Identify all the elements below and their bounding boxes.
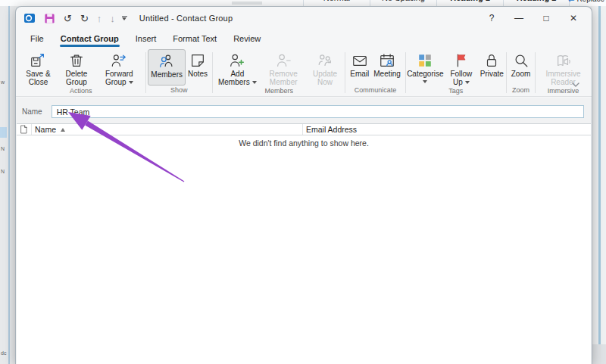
ribbon-group-communicate: Email Meeting Communicate (348, 49, 403, 96)
bg-replace-label: Replace (576, 0, 604, 3)
members-icon (158, 53, 175, 70)
forward-group-button[interactable]: Forward Group (95, 49, 143, 86)
delete-group-button[interactable]: Delete Group (58, 49, 95, 86)
email-icon (351, 52, 368, 69)
quick-access-toolbar: ↺ ↻ ↑ ↓ (23, 12, 127, 24)
button-label: Zoom (511, 70, 531, 79)
zoom-icon (513, 52, 529, 69)
group-label-zoom: Zoom (509, 86, 533, 96)
zoom-button[interactable]: Zoom (509, 49, 533, 86)
window-title: Untitled - Contact Group (139, 14, 233, 23)
name-row: Name (16, 98, 592, 123)
immersive-reader-icon (555, 52, 572, 69)
bg-style-heading1: Heading 1 (436, 0, 503, 6)
update-now-button: Update Now (308, 49, 343, 86)
move-down-icon: ↓ (110, 14, 115, 23)
dropdown-caret-icon (129, 81, 133, 84)
group-label-tags: Tags (408, 86, 504, 97)
private-button[interactable]: Private (480, 49, 504, 86)
close-button[interactable]: ✕ (560, 8, 587, 28)
update-now-icon (317, 52, 333, 69)
bg-style-normal: Normal (303, 0, 370, 6)
button-label: Delete Group (60, 70, 93, 86)
background-window-edge (8, 6, 10, 364)
group-label-show: Show (148, 86, 210, 96)
email-column-header[interactable]: Email Address (303, 124, 591, 135)
add-members-button[interactable]: Add Members (215, 49, 260, 86)
email-button[interactable]: Email (348, 49, 371, 86)
ribbon-group-actions: Save & Close Delete Group (19, 49, 143, 96)
collapse-ribbon-icon[interactable] (570, 81, 581, 89)
button-label: Save & Close (21, 70, 55, 86)
titlebar: ↺ ↻ ↑ ↓ Untitled - Contact Group ? — □ ✕ (16, 7, 592, 30)
follow-up-flag-icon (453, 52, 470, 69)
members-button[interactable]: Members (148, 49, 186, 86)
background-text-fragment: dc (1, 350, 6, 356)
contact-group-window: ↺ ↻ ↑ ↓ Untitled - Contact Group ? — □ ✕… (15, 6, 592, 364)
button-label: Email (350, 70, 369, 79)
group-name-input[interactable] (52, 105, 584, 118)
maximize-button[interactable]: □ (533, 8, 560, 28)
tab-review[interactable]: Review (225, 32, 269, 48)
save-and-close-button[interactable]: Save & Close (19, 49, 58, 86)
tab-insert[interactable]: Insert (127, 32, 165, 48)
bg-replace: ⇄ Replace (568, 0, 604, 6)
name-column-header[interactable]: Name (32, 124, 303, 135)
meeting-button[interactable]: Meeting (371, 49, 403, 86)
ribbon-group-show: Members Notes Show (148, 49, 210, 96)
ribbon-tabs: File Contact Group Insert Format Text Re… (16, 30, 592, 48)
follow-up-button[interactable]: Follow Up (442, 49, 480, 86)
tab-file[interactable]: File (22, 32, 52, 48)
background-text-fragment: w (1, 79, 5, 85)
ribbon-separator (145, 52, 146, 93)
background-fragment (232, 2, 262, 5)
ribbon-group-immersive: Immersive Reader Immersive (538, 49, 589, 96)
dropdown-caret-icon (252, 81, 257, 84)
categorise-icon (417, 52, 433, 69)
background-right-strip (592, 6, 606, 364)
button-label: Follow Up (445, 70, 478, 86)
page-icon (20, 125, 28, 134)
background-app-strip: Normal No Spacing Heading 1 Heading 2 ⇄ … (0, 0, 606, 6)
customize-toolbar-icon[interactable] (122, 16, 127, 20)
ribbon-separator (345, 52, 345, 93)
notes-button[interactable]: Notes (186, 49, 210, 86)
help-button[interactable]: ? (478, 8, 505, 28)
minimize-button[interactable]: — (505, 8, 533, 28)
ribbon-group-members: Add Members Remove Member (215, 49, 343, 96)
ribbon-separator (212, 52, 213, 93)
dropdown-caret-icon (465, 81, 470, 84)
ribbon-group-zoom: Zoom Zoom (509, 49, 533, 96)
empty-state-message: We didn't find anything to show here. (17, 138, 591, 148)
button-label: Categorise (407, 70, 443, 79)
forward-group-icon (111, 52, 127, 69)
ribbon-separator (535, 52, 536, 93)
tab-format-text[interactable]: Format Text (164, 32, 225, 48)
button-label: Add Members (217, 70, 258, 86)
meeting-icon (379, 52, 395, 69)
button-label: Remove Member (262, 70, 305, 86)
replace-icon: ⇄ (568, 0, 574, 3)
sort-ascending-icon (61, 128, 65, 132)
redo-icon[interactable]: ↻ (80, 14, 89, 23)
dropdown-caret-icon (423, 80, 427, 83)
button-label: Meeting (373, 70, 401, 79)
move-up-icon: ↑ (97, 14, 102, 23)
contact-group-form: Name Name Email Addr (16, 98, 592, 364)
background-text-fragment: N (1, 169, 5, 174)
bg-style-heading2: Heading 2 (503, 0, 570, 6)
background-left-strip: w N N dc (0, 6, 15, 364)
tab-contact-group[interactable]: Contact Group (52, 32, 127, 48)
save-icon[interactable] (44, 13, 55, 24)
group-label-communicate: Communicate (348, 86, 403, 96)
background-text-fragment: N (1, 146, 5, 151)
notes-icon (189, 52, 206, 69)
outlook-app-icon (23, 12, 36, 24)
undo-icon[interactable]: ↺ (64, 14, 72, 23)
list-header: Name Email Address (17, 124, 591, 135)
categorise-button[interactable]: Categorise (408, 49, 442, 86)
trash-icon (68, 52, 85, 69)
item-type-column-header[interactable] (17, 124, 32, 135)
button-label: Forward Group (98, 70, 141, 86)
background-highlight (0, 127, 7, 138)
